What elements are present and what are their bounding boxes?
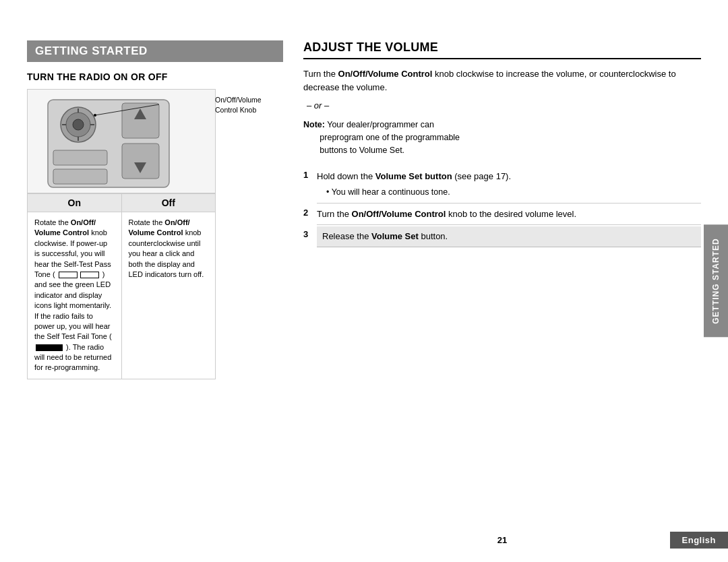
step-1: 1 Hold down the Volume Set button (see p… (303, 167, 701, 203)
step-3: 3 Release the Volume Set button. (303, 226, 701, 247)
step-3-content: Release the Volume Set button. (317, 226, 701, 247)
left-column: GETTING STARTED TURN THE RADIO ON OR OFF (27, 40, 283, 549)
page: GETTING STARTED TURN THE RADIO ON OR OFF (0, 0, 728, 562)
step-3-number: 3 (303, 226, 317, 247)
on-header: On (28, 194, 122, 212)
step-1-bullet: You will hear a continuous tone. (317, 186, 701, 199)
svg-rect-8 (122, 103, 159, 138)
radio-svg (28, 90, 216, 194)
adjust-title: ADJUST THE VOLUME (303, 40, 701, 59)
note-block: Note: Your dealer/programmer can preprog… (303, 119, 701, 156)
on-off-table: On Off Rotate the On/Off/Volume Control … (27, 193, 216, 379)
svg-rect-13 (53, 169, 107, 184)
subsection-title: TURN THE RADIO ON OR OFF (27, 71, 283, 82)
off-cell: Rotate the On/Off/Volume Control knob co… (121, 212, 216, 379)
note-label: Note: (303, 120, 325, 129)
svg-rect-10 (122, 144, 159, 179)
step-2-content: Turn the On/Off/Volume Control knob to t… (317, 205, 701, 226)
page-number: 21 (303, 535, 701, 549)
side-tab: GETTING STARTED (704, 224, 728, 337)
radio-illustration: On/Off/VolumeControl Knob (27, 89, 216, 193)
knob-label-text: On/Off/VolumeControl Knob (215, 96, 262, 114)
or-divider: – or – (303, 100, 701, 111)
svg-rect-12 (53, 150, 107, 165)
intro-text: Turn the On/Off/Volume Control knob cloc… (303, 67, 701, 94)
off-header: Off (121, 194, 216, 212)
illustration-wrapper: On/Off/VolumeControl Knob On Off (27, 89, 216, 379)
svg-point-3 (73, 119, 84, 130)
step-2: 2 Turn the On/Off/Volume Control knob to… (303, 205, 701, 226)
steps-list: 1 Hold down the Volume Set button (see p… (303, 167, 701, 248)
side-tab-text: GETTING STARTED (711, 238, 721, 323)
content-area: GETTING STARTED TURN THE RADIO ON OR OFF (0, 0, 728, 562)
right-column: ADJUST THE VOLUME Turn the On/Off/Volume… (303, 40, 701, 549)
knob-callout: On/Off/VolumeControl Knob (215, 95, 282, 115)
note-text: Your dealer/programmer can preprogram on… (303, 120, 460, 155)
svg-point-15 (94, 114, 96, 117)
on-cell: Rotate the On/Off/Volume Control knob cl… (28, 212, 122, 379)
english-badge: English (670, 532, 728, 549)
step-1-content: Hold down the Volume Set button (see pag… (317, 167, 701, 203)
step-2-number: 2 (303, 205, 317, 226)
step-1-number: 1 (303, 167, 317, 203)
section-header: GETTING STARTED (27, 40, 283, 62)
